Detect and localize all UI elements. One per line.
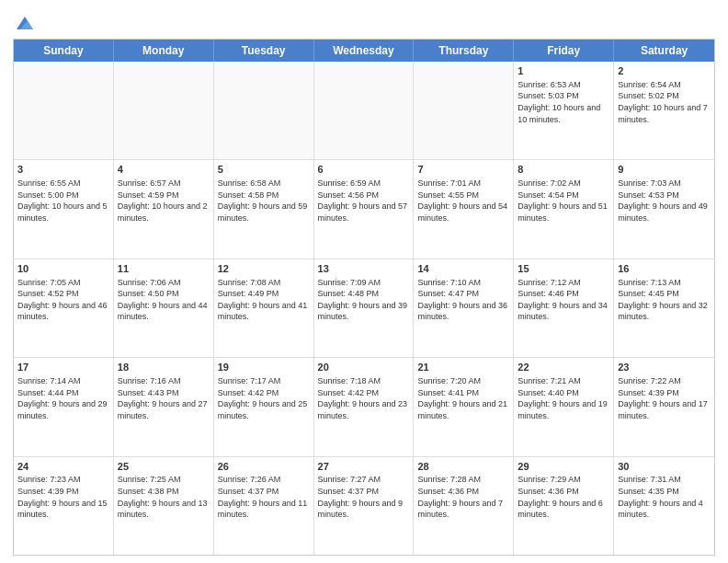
day-number: 7 — [417, 163, 509, 177]
calendar: SundayMondayTuesdayWednesdayThursdayFrid… — [13, 39, 715, 556]
calendar-body: 1Sunrise: 6:53 AM Sunset: 5:03 PM Daylig… — [14, 62, 714, 555]
day-number: 20 — [318, 361, 410, 374]
cell-info: Sunrise: 7:03 AM Sunset: 4:53 PM Dayligh… — [618, 178, 711, 224]
day-number: 21 — [417, 361, 509, 374]
calendar-cell-28: 28Sunrise: 7:28 AM Sunset: 4:36 PM Dayli… — [414, 457, 514, 555]
day-number: 28 — [417, 460, 509, 474]
weekday-header-thursday: Thursday — [414, 40, 514, 62]
cell-info: Sunrise: 7:12 AM Sunset: 4:46 PM Dayligh… — [518, 277, 609, 323]
day-number: 2 — [618, 64, 711, 78]
calendar-row-2: 10Sunrise: 7:05 AM Sunset: 4:52 PM Dayli… — [14, 259, 714, 358]
day-number: 13 — [318, 262, 410, 276]
calendar-cell-23: 23Sunrise: 7:22 AM Sunset: 4:39 PM Dayli… — [614, 358, 714, 455]
calendar-cell-18: 18Sunrise: 7:16 AM Sunset: 4:43 PM Dayli… — [114, 358, 214, 455]
calendar-cell-empty-0-2 — [214, 62, 314, 159]
header — [13, 9, 715, 33]
calendar-cell-22: 22Sunrise: 7:21 AM Sunset: 4:40 PM Dayli… — [514, 358, 614, 455]
cell-info: Sunrise: 6:58 AM Sunset: 4:58 PM Dayligh… — [218, 178, 310, 224]
cell-info: Sunrise: 6:54 AM Sunset: 5:02 PM Dayligh… — [618, 79, 711, 125]
cell-info: Sunrise: 7:16 AM Sunset: 4:43 PM Dayligh… — [118, 375, 210, 421]
calendar-cell-2: 2Sunrise: 6:54 AM Sunset: 5:02 PM Daylig… — [614, 62, 714, 159]
calendar-cell-1: 1Sunrise: 6:53 AM Sunset: 5:03 PM Daylig… — [514, 62, 614, 159]
calendar-cell-21: 21Sunrise: 7:20 AM Sunset: 4:41 PM Dayli… — [414, 358, 514, 455]
cell-info: Sunrise: 7:21 AM Sunset: 4:40 PM Dayligh… — [518, 375, 609, 421]
calendar-cell-16: 16Sunrise: 7:13 AM Sunset: 4:45 PM Dayli… — [614, 259, 714, 357]
day-number: 12 — [218, 262, 310, 276]
day-number: 4 — [118, 163, 210, 177]
calendar-cell-20: 20Sunrise: 7:18 AM Sunset: 4:42 PM Dayli… — [314, 358, 415, 455]
calendar-cell-24: 24Sunrise: 7:23 AM Sunset: 4:39 PM Dayli… — [14, 457, 114, 555]
calendar-cell-25: 25Sunrise: 7:25 AM Sunset: 4:38 PM Dayli… — [114, 457, 214, 555]
day-number: 17 — [17, 361, 109, 374]
calendar-row-3: 17Sunrise: 7:14 AM Sunset: 4:44 PM Dayli… — [14, 358, 714, 456]
calendar-cell-15: 15Sunrise: 7:12 AM Sunset: 4:46 PM Dayli… — [514, 259, 614, 357]
cell-info: Sunrise: 7:26 AM Sunset: 4:37 PM Dayligh… — [218, 474, 310, 520]
calendar-cell-27: 27Sunrise: 7:27 AM Sunset: 4:37 PM Dayli… — [314, 457, 415, 555]
calendar-cell-empty-0-1 — [114, 62, 214, 159]
cell-info: Sunrise: 7:05 AM Sunset: 4:52 PM Dayligh… — [17, 277, 109, 323]
cell-info: Sunrise: 7:18 AM Sunset: 4:42 PM Dayligh… — [318, 375, 410, 421]
cell-info: Sunrise: 7:20 AM Sunset: 4:41 PM Dayligh… — [417, 375, 509, 421]
day-number: 15 — [518, 262, 609, 276]
calendar-cell-empty-0-4 — [414, 62, 514, 159]
day-number: 29 — [518, 460, 609, 474]
calendar-cell-8: 8Sunrise: 7:02 AM Sunset: 4:54 PM Daylig… — [514, 160, 614, 258]
weekday-header-sunday: Sunday — [14, 40, 114, 62]
day-number: 22 — [518, 361, 609, 374]
cell-info: Sunrise: 6:59 AM Sunset: 4:56 PM Dayligh… — [318, 178, 410, 224]
calendar-cell-5: 5Sunrise: 6:58 AM Sunset: 4:58 PM Daylig… — [214, 160, 314, 258]
calendar-cell-17: 17Sunrise: 7:14 AM Sunset: 4:44 PM Dayli… — [14, 358, 114, 455]
calendar-cell-14: 14Sunrise: 7:10 AM Sunset: 4:47 PM Dayli… — [414, 259, 514, 357]
cell-info: Sunrise: 7:09 AM Sunset: 4:48 PM Dayligh… — [318, 277, 410, 323]
logo — [13, 13, 35, 33]
calendar-cell-6: 6Sunrise: 6:59 AM Sunset: 4:56 PM Daylig… — [314, 160, 415, 258]
calendar-cell-12: 12Sunrise: 7:08 AM Sunset: 4:49 PM Dayli… — [214, 259, 314, 357]
day-number: 1 — [518, 64, 609, 78]
day-number: 3 — [17, 163, 109, 177]
day-number: 25 — [118, 460, 210, 474]
day-number: 6 — [318, 163, 410, 177]
calendar-cell-empty-0-0 — [14, 62, 114, 159]
logo-icon — [15, 13, 35, 33]
day-number: 19 — [218, 361, 310, 374]
weekday-header-wednesday: Wednesday — [314, 40, 415, 62]
weekday-header-tuesday: Tuesday — [214, 40, 314, 62]
cell-info: Sunrise: 7:14 AM Sunset: 4:44 PM Dayligh… — [17, 375, 109, 421]
calendar-cell-13: 13Sunrise: 7:09 AM Sunset: 4:48 PM Dayli… — [314, 259, 415, 357]
calendar-cell-10: 10Sunrise: 7:05 AM Sunset: 4:52 PM Dayli… — [14, 259, 114, 357]
weekday-header-friday: Friday — [514, 40, 614, 62]
day-number: 16 — [618, 262, 711, 276]
cell-info: Sunrise: 7:02 AM Sunset: 4:54 PM Dayligh… — [518, 178, 609, 224]
weekday-header-monday: Monday — [114, 40, 214, 62]
cell-info: Sunrise: 7:10 AM Sunset: 4:47 PM Dayligh… — [417, 277, 509, 323]
day-number: 23 — [618, 361, 711, 374]
weekday-header-saturday: Saturday — [614, 40, 714, 62]
day-number: 18 — [118, 361, 210, 374]
day-number: 8 — [518, 163, 609, 177]
calendar-row-0: 1Sunrise: 6:53 AM Sunset: 5:03 PM Daylig… — [14, 62, 714, 160]
cell-info: Sunrise: 6:53 AM Sunset: 5:03 PM Dayligh… — [518, 79, 609, 125]
day-number: 11 — [118, 262, 210, 276]
day-number: 14 — [417, 262, 509, 276]
cell-info: Sunrise: 6:55 AM Sunset: 5:00 PM Dayligh… — [17, 178, 109, 224]
cell-info: Sunrise: 7:28 AM Sunset: 4:36 PM Dayligh… — [417, 474, 509, 520]
cell-info: Sunrise: 7:17 AM Sunset: 4:42 PM Dayligh… — [218, 375, 310, 421]
page: SundayMondayTuesdayWednesdayThursdayFrid… — [0, 0, 728, 563]
cell-info: Sunrise: 7:29 AM Sunset: 4:36 PM Dayligh… — [518, 474, 609, 520]
day-number: 9 — [618, 163, 711, 177]
calendar-cell-4: 4Sunrise: 6:57 AM Sunset: 4:59 PM Daylig… — [114, 160, 214, 258]
day-number: 24 — [17, 460, 109, 474]
cell-info: Sunrise: 7:23 AM Sunset: 4:39 PM Dayligh… — [17, 474, 109, 520]
day-number: 5 — [218, 163, 310, 177]
calendar-cell-11: 11Sunrise: 7:06 AM Sunset: 4:50 PM Dayli… — [114, 259, 214, 357]
calendar-cell-7: 7Sunrise: 7:01 AM Sunset: 4:55 PM Daylig… — [414, 160, 514, 258]
calendar-cell-9: 9Sunrise: 7:03 AM Sunset: 4:53 PM Daylig… — [614, 160, 714, 258]
cell-info: Sunrise: 7:08 AM Sunset: 4:49 PM Dayligh… — [218, 277, 310, 323]
cell-info: Sunrise: 7:22 AM Sunset: 4:39 PM Dayligh… — [618, 375, 711, 421]
calendar-row-1: 3Sunrise: 6:55 AM Sunset: 5:00 PM Daylig… — [14, 160, 714, 259]
calendar-cell-26: 26Sunrise: 7:26 AM Sunset: 4:37 PM Dayli… — [214, 457, 314, 555]
day-number: 27 — [318, 460, 410, 474]
calendar-cell-30: 30Sunrise: 7:31 AM Sunset: 4:35 PM Dayli… — [614, 457, 714, 555]
day-number: 10 — [17, 262, 109, 276]
day-number: 26 — [218, 460, 310, 474]
